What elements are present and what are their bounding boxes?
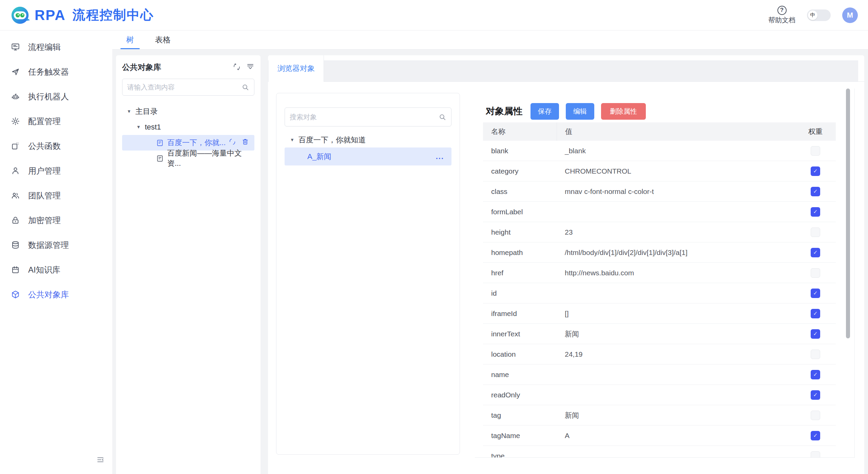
tree-node-folder[interactable]: ▼ test1 xyxy=(122,119,254,135)
tree-node-label: test1 xyxy=(145,123,161,132)
caret-down-icon[interactable]: ▼ xyxy=(127,109,131,114)
tab-browser-objects[interactable]: 浏览器对象 xyxy=(269,55,324,82)
caret-down-icon[interactable]: ▼ xyxy=(290,137,294,142)
main-region: 树 表格 公共对象库 xyxy=(112,31,868,474)
sidebar-item-ai-knowledge[interactable]: AI知识库 xyxy=(0,257,112,282)
property-name: id xyxy=(483,289,557,297)
language-toggle[interactable]: 中 xyxy=(807,9,831,21)
collapse-all-button[interactable] xyxy=(246,63,254,72)
object-node-label: A_新闻 xyxy=(307,152,331,162)
sidebar-item-label: 公共函数 xyxy=(28,141,61,152)
weight-checkbox[interactable] xyxy=(811,248,820,257)
weight-checkbox[interactable] xyxy=(811,228,820,237)
property-name: innerText xyxy=(483,330,557,338)
column-header-value: 值 xyxy=(557,122,795,141)
tab-tree-view[interactable]: 树 xyxy=(120,31,140,49)
sidebar-item-label: 流程编辑 xyxy=(28,42,61,53)
property-name: iframeId xyxy=(483,310,557,318)
library-tree: ▼ 主目录 ▼ test1 百度一下，你就... xyxy=(122,104,254,166)
help-docs-link[interactable]: ? 帮助文档 xyxy=(768,6,795,25)
object-search-input[interactable] xyxy=(290,113,439,121)
column-header-weight: 权重 xyxy=(795,127,836,136)
save-button[interactable]: 保存 xyxy=(531,103,559,120)
sidebar-item-public-functions[interactable]: 公共函数 xyxy=(0,134,112,158)
header-actions: ? 帮助文档 中 M xyxy=(768,6,858,25)
weight-checkbox[interactable] xyxy=(811,268,820,278)
vertical-scrollbar[interactable] xyxy=(846,88,850,338)
weight-checkbox[interactable] xyxy=(811,451,820,458)
weight-checkbox[interactable] xyxy=(811,370,820,379)
object-node-selected[interactable]: A_新闻 ... xyxy=(285,147,451,165)
sidebar-item-config[interactable]: 配置管理 xyxy=(0,109,112,134)
weight-checkbox[interactable] xyxy=(811,207,820,217)
weight-checkbox[interactable] xyxy=(811,431,820,440)
brand-name: RPA xyxy=(35,7,66,23)
user-avatar[interactable]: M xyxy=(842,7,858,23)
property-value: mnav c-font-normal c-color-t xyxy=(557,187,795,196)
refresh-icon xyxy=(229,138,236,145)
property-name: tagName xyxy=(483,432,557,440)
sidebar-item-robots[interactable]: 执行机器人 xyxy=(0,84,112,109)
weight-checkbox[interactable] xyxy=(811,309,820,318)
property-row: formLabel xyxy=(483,202,836,222)
sidebar-item-datasources[interactable]: 数据源管理 xyxy=(0,233,112,257)
function-box-icon xyxy=(11,141,20,151)
object-properties-panel: 对象属性 保存 编辑 删除属性 名称 值 权重 xyxy=(475,88,855,458)
sidebar-item-object-library[interactable]: 公共对象库 xyxy=(0,282,112,307)
weight-checkbox[interactable] xyxy=(811,166,820,176)
sidebar-item-team-management[interactable]: 团队管理 xyxy=(0,183,112,208)
property-row: id xyxy=(483,283,836,303)
weight-checkbox[interactable] xyxy=(811,187,820,196)
collapse-sidebar-icon xyxy=(96,456,104,464)
properties-table-header: 名称 值 权重 xyxy=(483,122,836,141)
property-name: formLabel xyxy=(483,208,557,216)
weight-checkbox[interactable] xyxy=(811,146,820,156)
trash-icon xyxy=(242,138,249,145)
weight-checkbox[interactable] xyxy=(811,350,820,359)
caret-down-icon[interactable]: ▼ xyxy=(136,124,141,130)
sidebar-item-process-edit[interactable]: 流程编辑 xyxy=(0,35,112,59)
library-search-input[interactable] xyxy=(127,83,242,91)
weight-checkbox[interactable] xyxy=(811,411,820,420)
delete-object-button[interactable] xyxy=(242,138,249,147)
tree-node-root[interactable]: ▼ 主目录 xyxy=(122,104,254,119)
sidebar-item-user-management[interactable]: 用户管理 xyxy=(0,158,112,183)
search-icon xyxy=(439,113,446,121)
reload-object-button[interactable] xyxy=(229,138,236,147)
property-value: A xyxy=(557,432,795,440)
property-name: type xyxy=(483,452,557,458)
weight-checkbox[interactable] xyxy=(811,390,820,400)
sidebar-item-label: 配置管理 xyxy=(28,116,61,127)
sidebar-item-task-trigger[interactable]: 任务触发器 xyxy=(0,59,112,84)
sidebar-nav: 流程编辑 任务触发器 执行机器人 配置管理 公共函数 用户管理 团队管理 加密 xyxy=(0,31,112,474)
edit-button[interactable]: 编辑 xyxy=(566,103,594,120)
robot-logo-icon xyxy=(10,5,31,25)
tree-node-file-other[interactable]: 百度新闻——海量中文资... xyxy=(122,151,254,166)
view-tabs: 树 表格 xyxy=(112,31,868,50)
team-icon xyxy=(11,191,20,200)
object-tabbar: 浏览器对象 xyxy=(268,55,864,82)
property-name: height xyxy=(483,228,557,236)
refresh-button[interactable] xyxy=(233,63,241,72)
robot-icon xyxy=(11,92,20,101)
sidebar-item-encryption[interactable]: 加密管理 xyxy=(0,208,112,233)
property-value: 24,19 xyxy=(557,350,795,358)
top-header: RPA 流程控制中心 ? 帮助文档 中 M xyxy=(0,0,868,31)
user-icon xyxy=(11,166,20,175)
collapse-sidebar-button[interactable] xyxy=(96,456,104,465)
sidebar-item-label: 加密管理 xyxy=(28,215,61,226)
property-value: 新闻 xyxy=(557,329,795,339)
properties-table: 名称 值 权重 blank _blank categor xyxy=(483,122,836,457)
properties-title: 对象属性 xyxy=(486,105,522,117)
delete-attribute-button[interactable]: 删除属性 xyxy=(601,103,646,120)
brand-logo: RPA 流程控制中心 xyxy=(10,5,154,25)
browser-object-panel: ▼ 百度一下，你就知道 A_新闻 ... xyxy=(276,93,460,455)
tab-table-view[interactable]: 表格 xyxy=(149,31,176,49)
more-actions-icon[interactable]: ... xyxy=(436,152,451,161)
object-group-node[interactable]: ▼ 百度一下，你就知道 xyxy=(285,133,451,147)
weight-checkbox[interactable] xyxy=(811,289,820,298)
object-tree: ▼ 百度一下，你就知道 A_新闻 ... xyxy=(285,133,451,165)
property-value: 23 xyxy=(557,228,795,236)
weight-checkbox[interactable] xyxy=(811,329,820,339)
property-row: innerText 新闻 xyxy=(483,324,836,344)
